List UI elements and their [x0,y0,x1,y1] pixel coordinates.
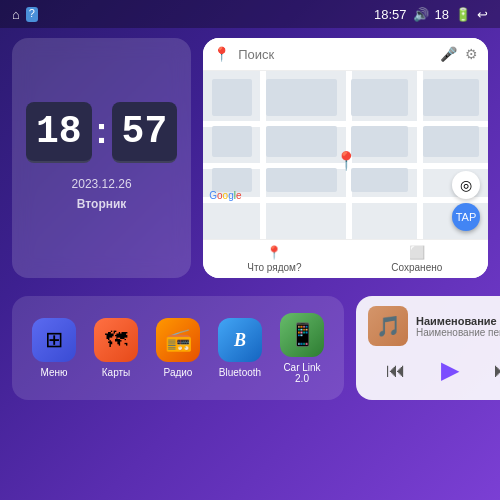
bluetooth-app-icon: B [218,318,262,362]
clock-date: 2023.12.26 Вторник [72,175,132,213]
map-compass-button[interactable]: ◎ [452,171,480,199]
music-artist: Наименование певца [416,327,500,338]
settings-icon[interactable]: ⚙ [465,46,478,62]
bottom-section: ⊞ Меню 🗺 Карты 📻 Радио B Bluetooth 📱 Car… [0,288,500,408]
home-icon[interactable]: ⌂ [12,7,20,22]
music-art-inner: 🎵 [368,306,408,346]
clock-date-value: 2023.12.26 [72,175,132,194]
saved-icon: ⬜ [409,245,425,260]
status-time: 18:57 [374,7,407,22]
mic-icon[interactable]: 🎤 [440,46,457,62]
music-top: 🎵 Наименование песни Наименование певца [368,306,500,346]
battery-icon: 🔋 [455,7,471,22]
map-background: 📍 [203,71,488,239]
music-prev-button[interactable]: ⏮ [380,357,412,384]
map-area[interactable]: 📍 ◎ TAP Google [203,71,488,239]
map-location-pin: 📍 [335,150,357,172]
map-widget: 📍 🎤 ⚙ [203,38,488,278]
flip-clock: 18 : 57 [26,102,177,163]
bluetooth-app-label: Bluetooth [219,367,261,378]
status-right-icons: 18:57 🔊 18 🔋 ↩ [374,7,488,22]
status-left-icons: ⌂ ? [12,7,38,22]
main-screen: ⌂ ? 18:57 🔊 18 🔋 ↩ 18 : 57 2023.12.26 Вт… [0,0,500,500]
music-next-button[interactable]: ⏭ [488,357,500,384]
clock-colon: : [96,110,108,152]
app-item-radio[interactable]: 📻 Радио [152,318,204,378]
map-pin-icon: 📍 [213,46,230,62]
google-logo: Google [209,190,241,201]
app-switcher-icon[interactable]: ? [26,7,38,22]
map-tab-nearby-label: Что рядом? [247,262,301,273]
map-search-input[interactable] [238,47,432,62]
clock-day: Вторник [72,195,132,214]
app-item-carlink[interactable]: 📱 Car Link 2.0 [276,313,328,384]
music-player: 🎵 Наименование песни Наименование певца … [356,296,500,400]
carlink-app-icon: 📱 [280,313,324,357]
nearby-icon: 📍 [266,245,282,260]
volume-icon: 🔊 [413,7,429,22]
map-tab-saved-label: Сохранено [391,262,442,273]
map-navigate-button[interactable]: TAP [452,203,480,231]
map-search-bar[interactable]: 📍 🎤 ⚙ [203,38,488,71]
radio-app-icon: 📻 [156,318,200,362]
carlink-app-label: Car Link 2.0 [276,362,328,384]
app-item-bluetooth[interactable]: B Bluetooth [214,318,266,378]
music-album-art: 🎵 [368,306,408,346]
music-play-button[interactable]: ▶ [435,354,465,386]
battery-level: 18 [435,7,449,22]
menu-app-icon: ⊞ [32,318,76,362]
music-title: Наименование песни [416,315,500,327]
map-bottom-tabs: 📍 Что рядом? ⬜ Сохранено [203,239,488,278]
map-tab-nearby[interactable]: 📍 Что рядом? [203,240,345,278]
radio-app-label: Радио [164,367,193,378]
maps-app-icon: 🗺 [94,318,138,362]
maps-app-label: Карты [102,367,131,378]
clock-minutes: 57 [112,102,178,163]
clock-hours: 18 [26,102,92,163]
clock-widget: 18 : 57 2023.12.26 Вторник [12,38,191,278]
music-controls: ⏮ ▶ ⏭ [368,352,500,386]
app-item-menu[interactable]: ⊞ Меню [28,318,80,378]
map-tab-saved[interactable]: ⬜ Сохранено [346,240,488,278]
app-grid: ⊞ Меню 🗺 Карты 📻 Радио B Bluetooth 📱 Car… [12,296,344,400]
main-content-area: 18 : 57 2023.12.26 Вторник 📍 🎤 ⚙ [0,28,500,288]
status-bar: ⌂ ? 18:57 🔊 18 🔋 ↩ [0,0,500,28]
menu-app-label: Меню [40,367,67,378]
music-info: Наименование песни Наименование певца [416,315,500,338]
back-icon[interactable]: ↩ [477,7,488,22]
app-item-maps[interactable]: 🗺 Карты [90,318,142,378]
